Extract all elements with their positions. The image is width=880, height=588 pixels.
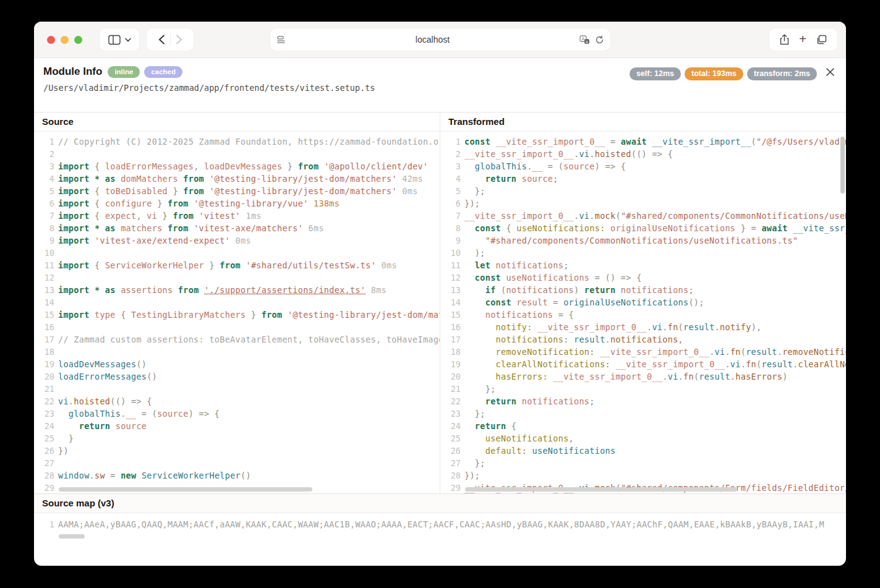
- line-number: 12: [440, 271, 461, 284]
- code-text: import { loadErrorMessages, loadDevMessa…: [54, 160, 428, 173]
- code-line: 5 };: [440, 185, 846, 197]
- code-text: import * as assertions from './support/a…: [54, 284, 387, 296]
- maximize-window-button[interactable]: [74, 36, 82, 44]
- line-number: 22: [34, 395, 54, 407]
- code-text: notifications: result.notifications,: [461, 333, 683, 346]
- transformed-vertical-scrollbar[interactable]: [840, 137, 845, 194]
- line-number: 6: [440, 197, 461, 210]
- line-number: 1: [34, 518, 54, 530]
- line-number: 3: [440, 160, 461, 173]
- code-line: 9 "#shared/components/CommonNotification…: [440, 234, 846, 247]
- code-line: 6import { configure } from '@testing-lib…: [34, 197, 440, 210]
- code-text: const { useNotifications: originalUseNot…: [461, 222, 846, 234]
- code-text: [54, 296, 58, 309]
- address-bar[interactable]: localhost A x: [270, 28, 610, 51]
- line-number: 9: [440, 234, 461, 247]
- code-line: 3import { loadErrorMessages, loadDevMess…: [34, 160, 440, 173]
- module-info-header: Module Info inlinecached self: 12mstotal…: [34, 58, 846, 112]
- forward-button[interactable]: [176, 35, 182, 45]
- code-line: 12 const useNotifications = () => {: [440, 271, 846, 284]
- line-number: 1: [34, 135, 54, 148]
- reader-icon[interactable]: [276, 35, 286, 44]
- code-text: if (notifications) return notifications;: [461, 284, 694, 296]
- line-number: 18: [34, 346, 54, 358]
- code-line: 26}): [34, 445, 440, 457]
- code-line: 28});: [440, 469, 846, 482]
- close-panel-button[interactable]: [822, 64, 837, 79]
- tab-overview-icon[interactable]: [816, 35, 827, 45]
- line-number: 10: [440, 247, 461, 259]
- code-text: notify: __vite_ssr_import_0__.vi.fn(resu…: [461, 321, 761, 333]
- url-text[interactable]: localhost: [286, 35, 579, 45]
- line-number: 25: [34, 432, 54, 445]
- line-number: 4: [440, 173, 461, 185]
- code-line: 26 default: useNotifications: [440, 445, 846, 457]
- line-number: 29: [440, 482, 461, 493]
- sourcemap-horizontal-scrollbar[interactable]: [59, 534, 85, 539]
- sourcemap-content: AAMA;AAeA,yBAAG,QAAQ,MAAM;AACf,aAAW,KAAK…: [54, 518, 824, 530]
- code-text: useNotifications,: [461, 432, 574, 445]
- line-number: 29: [34, 482, 54, 493]
- code-text: return {: [461, 420, 516, 432]
- code-line: 13import * as assertions from './support…: [34, 284, 440, 296]
- line-number: 5: [34, 185, 54, 197]
- code-line: 8import * as matchers from 'vitest-axe/m…: [34, 222, 440, 234]
- line-number: 1: [440, 135, 461, 148]
- code-text: };: [461, 383, 496, 395]
- code-text: removeNotification: __vite_ssr_import_0_…: [461, 346, 846, 358]
- close-window-button[interactable]: [47, 36, 55, 44]
- code-line: 24 return {: [440, 420, 846, 432]
- line-number: 28: [34, 469, 54, 482]
- code-line: 18 removeNotification: __vite_ssr_import…: [440, 346, 846, 358]
- line-number: 23: [440, 407, 461, 420]
- line-number: 25: [440, 432, 461, 445]
- line-number: 22: [440, 395, 461, 407]
- line-number: 5: [440, 185, 461, 197]
- code-line: 2: [34, 148, 440, 160]
- code-line: 24 return source: [34, 420, 440, 432]
- code-text: notifications = {: [461, 309, 574, 321]
- chevron-down-icon: [125, 38, 131, 42]
- code-line: 20loadErrorMessages(): [34, 370, 440, 383]
- code-line: 20 hasErrors: __vite_ssr_import_0__.vi.f…: [440, 370, 846, 383]
- line-number: 17: [34, 333, 54, 346]
- browser-toolbar: localhost A x +: [34, 22, 846, 58]
- line-number: 15: [440, 309, 461, 321]
- transformed-horizontal-scrollbar[interactable]: [465, 487, 737, 492]
- module-badge: inline: [108, 66, 140, 78]
- code-text: const useNotifications = () => {: [461, 271, 642, 284]
- transformed-code[interactable]: 1const __vite_ssr_import_0__ = await __v…: [440, 132, 846, 493]
- line-number: 10: [34, 247, 54, 259]
- code-text: import { configure } from '@testing-libr…: [54, 197, 340, 210]
- line-number: 2: [440, 148, 461, 160]
- sidebar-toggle-button[interactable]: [100, 28, 139, 51]
- line-number: 16: [34, 321, 54, 333]
- timing-metrics: self: 12mstotal: 193mstransform: 2ms: [630, 67, 817, 80]
- source-horizontal-scrollbar[interactable]: [59, 487, 312, 492]
- translate-icon[interactable]: A x: [579, 35, 590, 45]
- source-panel: Source 1// Copyright (C) 2012-2025 Zamma…: [34, 113, 440, 493]
- code-text: [54, 247, 58, 259]
- line-number: 20: [440, 370, 461, 383]
- code-text: [54, 482, 58, 493]
- line-number: 24: [440, 420, 461, 432]
- code-text: clearAllNotifications: __vite_ssr_import…: [461, 358, 846, 370]
- code-text: [54, 346, 58, 358]
- code-line: 7import { expect, vi } from 'vitest' 1ms: [34, 210, 440, 222]
- line-number: 26: [34, 445, 54, 457]
- minimize-window-button[interactable]: [61, 36, 69, 44]
- code-line: 1// Copyright (C) 2012-2025 Zammad Found…: [34, 135, 440, 148]
- sourcemap-line: 1 AAMA;AAeA,yBAAG,QAAQ,MAAM;AACf,aAAW,KA…: [34, 518, 846, 530]
- code-line: 21 };: [440, 383, 846, 395]
- back-button[interactable]: [158, 35, 165, 45]
- code-line: 22 return notifications;: [440, 395, 846, 407]
- reload-icon[interactable]: [595, 35, 604, 45]
- source-code[interactable]: 1// Copyright (C) 2012-2025 Zammad Found…: [34, 132, 440, 493]
- new-tab-button[interactable]: +: [799, 33, 806, 45]
- code-text: loadDevMessages(): [54, 358, 147, 370]
- traffic-lights: [47, 36, 82, 44]
- share-icon[interactable]: [780, 34, 789, 45]
- module-badge: cached: [144, 66, 182, 78]
- code-text: [54, 148, 58, 160]
- line-number: 9: [34, 234, 54, 247]
